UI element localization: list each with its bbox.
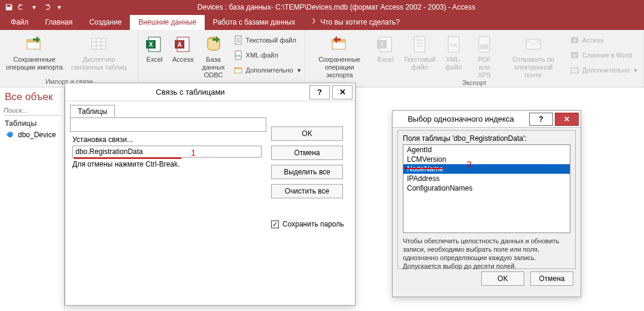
nav-group-label: Таблицы	[5, 119, 37, 128]
access-icon: A	[174, 35, 193, 54]
svg-text:A: A	[177, 41, 181, 48]
import-access-label: Access	[172, 56, 193, 64]
export-access-button: AAccess	[567, 34, 640, 47]
list-item[interactable]: IPAddress	[403, 174, 570, 183]
odbc-icon	[204, 35, 223, 54]
more-icon	[570, 65, 579, 75]
tell-me-search[interactable]: Что вы хотите сделать?	[303, 18, 405, 30]
list-item[interactable]: LCMVersion	[403, 155, 570, 164]
tables-tab[interactable]: Таблицы	[70, 105, 115, 117]
tab-home[interactable]: Главная	[37, 15, 81, 30]
export-excel-label: Excel	[378, 56, 394, 64]
ok-button[interactable]: OK	[481, 271, 524, 286]
cancel-hint: Для отмены нажмите Ctrl-Break.	[72, 160, 264, 168]
import-text-button[interactable]: Текстовый файл	[231, 34, 303, 47]
link-tables-dialog: Связь с таблицами ? ✕ Таблицы Установка …	[65, 83, 356, 306]
undo-icon[interactable]	[16, 2, 27, 13]
checkbox-icon: ✓	[271, 221, 279, 228]
chevron-down-icon: ▾	[634, 67, 637, 74]
qat-customize-icon[interactable]: ▾	[54, 2, 65, 13]
svg-rect-34	[480, 44, 488, 49]
saved-imports-button[interactable]: Сохраненные операции импорта	[4, 32, 65, 71]
navigation-pane: Все объек Таблицы dbo_Device	[0, 87, 65, 311]
annotation-label-2: 2	[467, 159, 472, 169]
window-title: Devices : база данных- C:\TEMP\Devices.m…	[65, 3, 608, 11]
linked-table-manager-button: Диспетчер связанных таблиц	[69, 32, 129, 71]
dialog-titlebar: Связь с таблицами ? ✕	[65, 83, 355, 101]
list-item[interactable]: NodeName	[403, 164, 570, 174]
tab-database-tools[interactable]: Работа с базами данных	[205, 15, 303, 30]
ok-button[interactable]: OK	[271, 126, 343, 141]
list-item[interactable]: ConfigurationNames	[403, 183, 570, 193]
text-file-icon	[233, 35, 243, 45]
pdf-icon	[475, 35, 494, 54]
cancel-button[interactable]: Отмена	[530, 271, 573, 286]
cancel-button[interactable]: Отмена	[271, 146, 343, 160]
import-excel-button[interactable]: X Excel	[142, 32, 166, 64]
chevron-down-icon[interactable]: ▾	[29, 2, 40, 13]
export-word-label: Слияние в Word	[582, 52, 632, 59]
unique-index-dialog: Выбор однозначного индекса ? ✕ Поля табл…	[392, 110, 581, 297]
save-password-checkbox[interactable]: ✓ Сохранить пароль	[271, 220, 349, 228]
svg-text:W: W	[573, 53, 577, 58]
export-more-button: Дополнительно▾	[567, 64, 640, 77]
tab-external-data[interactable]: Внешние данные	[130, 15, 205, 30]
nav-header[interactable]: Все объек	[5, 91, 53, 103]
export-email-button: Отправить по электронной почте	[503, 32, 563, 79]
text-file-icon	[410, 35, 429, 54]
svg-point-41	[8, 132, 13, 138]
nav-group-tables[interactable]: Таблицы	[0, 116, 64, 129]
svg-rect-2	[92, 38, 106, 49]
list-item[interactable]: AgentId	[403, 145, 570, 155]
fields-listbox[interactable]: AgentIdLCMVersionNodeNameIPAddressConfig…	[403, 144, 570, 233]
select-all-button[interactable]: Выделить все	[271, 165, 343, 179]
import-odbc-button[interactable]: База данных ODBC	[199, 32, 227, 79]
help-button[interactable]: ?	[309, 85, 330, 99]
annotation-label-1: 1	[191, 148, 196, 158]
dialog-title: Связь с таблицами	[71, 87, 309, 96]
redo-icon[interactable]	[41, 2, 52, 13]
help-button[interactable]: ?	[529, 113, 553, 126]
link-field-label: Установка связи...	[72, 135, 264, 144]
excel-icon: X	[376, 35, 395, 54]
linked-table-manager-icon	[89, 35, 108, 54]
clear-all-button[interactable]: Очистить все	[271, 184, 343, 198]
nav-search-input[interactable]	[4, 105, 60, 116]
svg-rect-27	[414, 37, 425, 52]
annotation-underline-1	[74, 158, 181, 159]
import-xml-button[interactable]: XMLXML-файл	[231, 49, 303, 62]
export-xml-button: XML XML- файл	[442, 32, 466, 71]
svg-text:A: A	[573, 38, 576, 43]
tables-tab-pane	[70, 117, 266, 132]
xml-file-icon: XML	[233, 50, 243, 60]
tab-create[interactable]: Создание	[81, 15, 130, 30]
export-xml-label: XML- файл	[445, 56, 462, 71]
linked-table-icon	[6, 131, 14, 139]
xml-file-icon: XML	[444, 35, 463, 54]
save-icon[interactable]	[4, 2, 14, 13]
import-more-button[interactable]: Дополнительно▾	[231, 64, 303, 77]
saved-exports-label: Сохраненные операции экспорта	[311, 56, 367, 79]
tell-me-label: Что вы хотите сделать?	[320, 18, 400, 26]
tab-file[interactable]: Файл	[2, 15, 37, 30]
nav-search[interactable]	[4, 105, 60, 116]
svg-rect-40	[571, 68, 578, 73]
import-xml-label: XML-файл	[246, 52, 278, 59]
annotation-underline-2	[405, 168, 443, 169]
ribbon: Сохраненные операции импорта Диспетчер с…	[0, 30, 644, 87]
quick-access-toolbar: ▾ ▾	[0, 2, 65, 13]
svg-rect-21	[235, 68, 242, 70]
close-button[interactable]: ✕	[332, 85, 353, 99]
export-more-label: Дополнительно	[582, 67, 630, 74]
import-more-label: Дополнительно	[246, 67, 293, 74]
nav-item-dbo-device[interactable]: dbo_Device	[0, 129, 64, 140]
svg-text:X: X	[380, 41, 384, 48]
saved-imports-icon	[25, 35, 44, 54]
import-text-label: Текстовый файл	[246, 37, 296, 44]
close-button[interactable]: ✕	[555, 113, 579, 126]
fields-label: Поля таблицы 'dbo_RegistrationData':	[403, 134, 570, 143]
import-access-button[interactable]: A Access	[170, 32, 196, 64]
title-bar: ▾ ▾ Devices : база данных- C:\TEMP\Devic…	[0, 0, 644, 14]
saved-exports-button[interactable]: Сохраненные операции экспорта	[309, 32, 370, 79]
link-field-input[interactable]	[72, 146, 262, 158]
